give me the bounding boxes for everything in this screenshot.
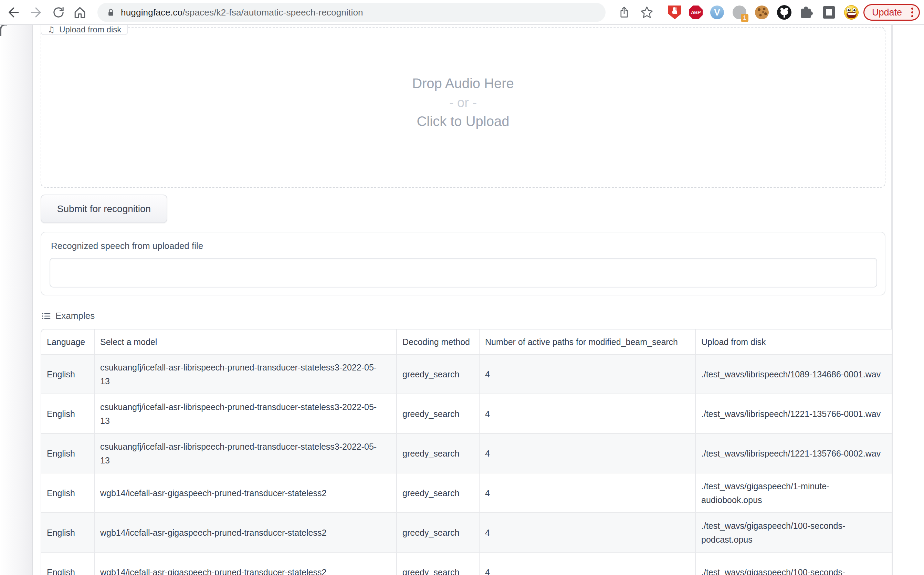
cell-decoding: greedy_search xyxy=(397,354,479,394)
example-row[interactable]: Englishcsukuangfj/icefall-asr-librispeec… xyxy=(41,354,892,394)
tab-label: Upload from disk xyxy=(59,25,121,35)
puzzle-extensions-icon[interactable] xyxy=(799,5,813,20)
cell-paths: 4 xyxy=(479,394,695,434)
github-icon[interactable] xyxy=(777,5,792,20)
recognized-speech-group: Recognized speech from uploaded file xyxy=(41,232,886,295)
smiley-emoji-icon[interactable] xyxy=(844,5,859,20)
example-row[interactable]: Englishwgb14/icefall-asr-gigaspeech-prun… xyxy=(41,513,892,552)
col-upload-from-disk: Upload from disk xyxy=(695,329,892,354)
cell-model: wgb14/icefall-asr-gigaspeech-pruned-tran… xyxy=(94,552,397,575)
example-row[interactable]: Englishcsukuangfj/icefall-asr-librispeec… xyxy=(41,394,892,434)
cell-file: ./test_wavs/gigaspeech/100-seconds- xyxy=(695,552,892,575)
home-icon[interactable] xyxy=(72,5,87,20)
music-notes-icon: ♫ xyxy=(48,25,55,34)
page-content: Drop Audio Here - or - Click to Upload ♫… xyxy=(0,25,924,575)
col-num-active-paths: Number of active paths for modified_beam… xyxy=(479,329,695,354)
example-row[interactable]: Englishcsukuangfj/icefall-asr-librispeec… xyxy=(41,434,892,473)
url-host: huggingface.co xyxy=(121,7,183,17)
cell-language: English xyxy=(41,394,94,434)
cell-language: English xyxy=(41,513,94,552)
cell-file: ./test_wavs/gigaspeech/1-minute- audiobo… xyxy=(695,473,892,513)
recognized-speech-textbox[interactable] xyxy=(49,258,877,288)
cookie-icon[interactable] xyxy=(754,5,769,20)
tab-upload-from-disk[interactable]: ♫ Upload from disk xyxy=(41,25,128,35)
forward-icon[interactable] xyxy=(29,5,44,20)
example-row[interactable]: Englishwgb14/icefall-asr-gigaspeech-prun… xyxy=(41,552,892,575)
cell-file: ./test_wavs/librispeech/1221-135766-0001… xyxy=(695,394,892,434)
cell-model: csukuangfj/icefall-asr-librispeech-prune… xyxy=(94,434,397,473)
share-icon[interactable] xyxy=(617,5,632,20)
col-decoding-method: Decoding method xyxy=(397,329,479,354)
ublock-shield-icon[interactable] xyxy=(667,5,682,20)
cell-file: ./test_wavs/librispeech/1089-134686-0001… xyxy=(695,354,892,394)
cell-paths: 4 xyxy=(479,354,695,394)
gray-profile-badge-icon[interactable]: 1 xyxy=(732,5,747,20)
dropzone-click-text: Click to Upload xyxy=(41,114,885,129)
examples-header: Examples xyxy=(41,311,95,321)
recognized-speech-label: Recognized speech from uploaded file xyxy=(51,241,203,251)
dropzone-text: Drop Audio Here xyxy=(41,76,885,91)
cell-decoding: greedy_search xyxy=(397,434,479,473)
cell-model: csukuangfj/icefall-asr-librispeech-prune… xyxy=(94,394,397,434)
cell-decoding: greedy_search xyxy=(397,513,479,552)
cell-model: wgb14/icefall-asr-gigaspeech-pruned-tran… xyxy=(94,513,397,552)
window-corner xyxy=(0,25,7,36)
cell-language: English xyxy=(41,434,94,473)
cell-decoding: greedy_search xyxy=(397,394,479,434)
table-header-row: Language Select a model Decoding method … xyxy=(41,329,892,354)
reader-frame-icon[interactable] xyxy=(821,5,837,20)
browser-menu-icon[interactable] xyxy=(911,8,913,17)
cell-language: English xyxy=(41,473,94,513)
cell-paths: 4 xyxy=(479,473,695,513)
cell-decoding: greedy_search xyxy=(397,473,479,513)
update-button[interactable]: Update xyxy=(864,4,920,21)
vimium-icon[interactable]: V xyxy=(710,5,725,20)
list-icon xyxy=(41,311,51,321)
cell-model: csukuangfj/icefall-asr-librispeech-prune… xyxy=(94,354,397,394)
cell-file: ./test_wavs/librispeech/1221-135766-0002… xyxy=(695,434,892,473)
col-language: Language xyxy=(41,329,94,354)
examples-table: Language Select a model Decoding method … xyxy=(41,329,892,575)
cell-paths: 4 xyxy=(479,434,695,473)
browser-toolbar: huggingface.co/spaces/k2-fsa/automatic-s… xyxy=(0,0,924,25)
update-label: Update xyxy=(872,7,902,18)
cell-file: ./test_wavs/gigaspeech/100-seconds- podc… xyxy=(695,513,892,552)
url-path: /spaces/k2-fsa/automatic-speech-recognit… xyxy=(183,7,363,17)
lock-icon xyxy=(106,7,116,17)
dropzone-or-text: - or - xyxy=(41,95,885,110)
col-select-a-model: Select a model xyxy=(94,329,397,354)
cell-decoding: greedy_search xyxy=(397,552,479,575)
example-row[interactable]: Englishwgb14/icefall-asr-gigaspeech-prun… xyxy=(41,473,892,513)
cell-paths: 4 xyxy=(479,552,695,575)
left-gutter xyxy=(0,25,33,575)
url-bar[interactable]: huggingface.co/spaces/k2-fsa/automatic-s… xyxy=(97,3,606,22)
submit-for-recognition-button[interactable]: Submit for recognition xyxy=(41,195,167,223)
cell-language: English xyxy=(41,552,94,575)
audio-dropzone[interactable]: Drop Audio Here - or - Click to Upload xyxy=(41,27,886,187)
back-icon[interactable] xyxy=(5,5,21,20)
cell-model: wgb14/icefall-asr-gigaspeech-pruned-tran… xyxy=(94,473,397,513)
abp-octagon-icon[interactable]: ABP xyxy=(688,5,703,20)
notification-badge: 1 xyxy=(741,14,748,22)
reload-icon[interactable] xyxy=(51,5,66,20)
cell-paths: 4 xyxy=(479,513,695,552)
bookmark-star-icon[interactable] xyxy=(639,5,654,20)
examples-label: Examples xyxy=(56,311,95,321)
cell-language: English xyxy=(41,354,94,394)
url-text: huggingface.co/spaces/k2-fsa/automatic-s… xyxy=(121,7,363,18)
